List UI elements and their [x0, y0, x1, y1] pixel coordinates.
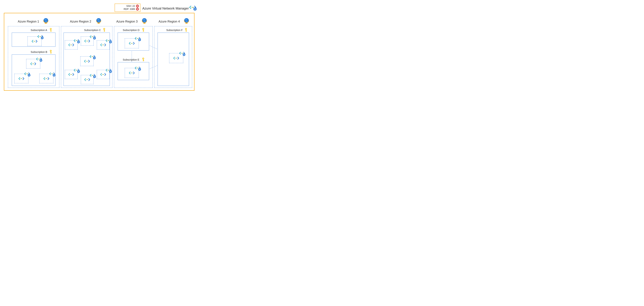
- vnet-manager-icon: [90, 34, 96, 40]
- vnet-icon: [44, 77, 49, 81]
- vnet-icon: [68, 73, 74, 76]
- vnet-manager-icon: [36, 56, 43, 63]
- key-icon: [142, 57, 145, 62]
- vnet-manager-icon: [74, 38, 80, 44]
- vnet-manager-icon: [90, 54, 96, 60]
- vnet-manager-icon: [74, 68, 80, 74]
- globe-icon: [43, 18, 49, 24]
- subscription-label: Subscription E: [123, 58, 139, 61]
- diagram-title: Azure Virtual Network Manager: [142, 6, 189, 10]
- globe-icon: [142, 18, 147, 24]
- vnet-icon: [84, 59, 90, 63]
- vnet-manager-icon: [179, 51, 186, 57]
- vnet-manager-icon: [38, 34, 44, 40]
- globe-icon: [184, 18, 190, 24]
- network-manager-icon: [189, 4, 197, 12]
- vnet-icon: [129, 71, 134, 75]
- vnet-manager-icon: [24, 71, 31, 78]
- diagram-canvas: SSH: 22 RDP: 3389 Azure Virtual Network …: [2, 2, 196, 93]
- subscription-label: Subscription B: [31, 51, 47, 53]
- key-icon: [49, 50, 52, 54]
- region-label: Azure Region 3: [116, 20, 138, 23]
- vnet-icon: [173, 56, 179, 60]
- subscription-label: Subscription C: [84, 29, 101, 32]
- security-rules-box: SSH: 22 RDP: 3389: [115, 3, 140, 12]
- vnet-manager-icon: [135, 36, 141, 42]
- vnet-manager-icon: [106, 68, 112, 74]
- vnet-icon: [84, 78, 90, 82]
- vnet-manager-icon: [90, 73, 96, 79]
- vnet-icon: [18, 77, 24, 81]
- subscription-label: Subscription A: [31, 29, 47, 32]
- key-icon: [103, 28, 106, 32]
- vnet-icon: [68, 43, 74, 47]
- deny-icon: [136, 8, 139, 10]
- rule-label: RDP: 3389: [124, 8, 135, 10]
- rule-rdp: RDP: 3389: [116, 8, 139, 10]
- deny-icon: [136, 5, 139, 7]
- key-icon: [142, 28, 145, 32]
- vnet-icon: [84, 39, 90, 43]
- rule-ssh: SSH: 22: [116, 5, 139, 7]
- key-icon: [49, 28, 52, 32]
- globe-icon: [96, 18, 102, 24]
- vnet-icon: [32, 39, 37, 43]
- manager-scope: Azure Region 1 Subscription A Subscripti…: [4, 13, 194, 91]
- region-label: Azure Region 4: [158, 20, 180, 23]
- vnet-manager-icon: [135, 65, 141, 72]
- region-label: Azure Region 1: [18, 20, 39, 23]
- vnet-icon: [100, 73, 106, 76]
- subscription-label: Subscription F: [166, 29, 183, 32]
- region-label: Azure Region 2: [70, 20, 91, 23]
- vnet-icon: [100, 43, 106, 47]
- subscription-label: Subscription D: [123, 29, 140, 32]
- vnet-manager-icon: [49, 71, 56, 78]
- rule-label: SSH: 22: [126, 5, 135, 7]
- vnet-icon: [129, 41, 134, 45]
- vnet-icon: [30, 62, 36, 66]
- vnet-manager-icon: [106, 38, 112, 44]
- key-icon: [184, 28, 188, 32]
